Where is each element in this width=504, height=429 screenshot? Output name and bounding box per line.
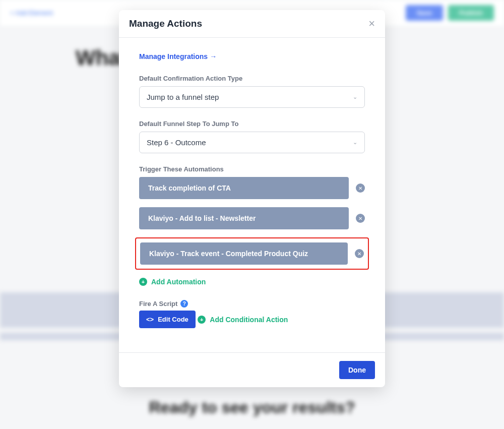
chevron-down-icon: ⌄ (353, 94, 357, 100)
remove-automation-icon[interactable]: ✕ (356, 214, 365, 223)
funnel-step-select[interactable]: Step 6 - Outcome ⌄ (139, 132, 365, 153)
funnel-step-value: Step 6 - Outcome (147, 138, 206, 147)
code-icon: <> (146, 316, 154, 323)
automation-row-highlighted: Klaviyo - Track event - Completed Produc… (135, 237, 369, 270)
funnel-step-label: Default Funnel Step To Jump To (139, 120, 365, 128)
trigger-automations-label: Trigger These Automations (139, 165, 365, 173)
confirmation-action-label: Default Confirmation Action Type (139, 75, 365, 82)
automation-item[interactable]: Klaviyo - Track event - Completed Produc… (140, 242, 348, 265)
chevron-down-icon: ⌄ (353, 139, 357, 146)
arrow-right-icon: → (210, 52, 217, 60)
plus-circle-icon: + (139, 278, 147, 286)
edit-code-label: Edit Code (158, 316, 188, 323)
add-automation-label: Add Automation (151, 278, 206, 286)
confirmation-action-select[interactable]: Jump to a funnel step ⌄ (139, 86, 365, 108)
manage-integrations-label: Manage Integrations (139, 52, 208, 60)
confirmation-action-value: Jump to a funnel step (147, 93, 219, 101)
automation-row: Track completion of CTA ✕ (139, 177, 365, 199)
close-icon[interactable]: × (368, 18, 375, 29)
plus-circle-icon: + (198, 316, 206, 324)
remove-automation-icon[interactable]: ✕ (355, 249, 364, 258)
automation-item[interactable]: Track completion of CTA (139, 177, 349, 199)
help-icon[interactable]: ? (180, 300, 188, 308)
automation-row: Klaviyo - Add to list - Newsletter ✕ (139, 207, 365, 229)
modal-title: Manage Actions (129, 18, 202, 29)
manage-integrations-link[interactable]: Manage Integrations → (139, 52, 217, 60)
add-conditional-label: Add Conditional Action (210, 316, 288, 324)
remove-automation-icon[interactable]: ✕ (356, 183, 365, 193)
manage-actions-modal: Manage Actions × Manage Integrations → D… (119, 10, 385, 387)
fire-script-label: Fire A Script (139, 300, 177, 308)
done-button[interactable]: Done (339, 361, 375, 379)
edit-code-button[interactable]: <> Edit Code (139, 311, 196, 328)
add-automation-link[interactable]: + Add Automation (139, 278, 206, 286)
automation-item[interactable]: Klaviyo - Add to list - Newsletter (139, 207, 349, 229)
add-conditional-action-link[interactable]: + Add Conditional Action (198, 316, 288, 324)
